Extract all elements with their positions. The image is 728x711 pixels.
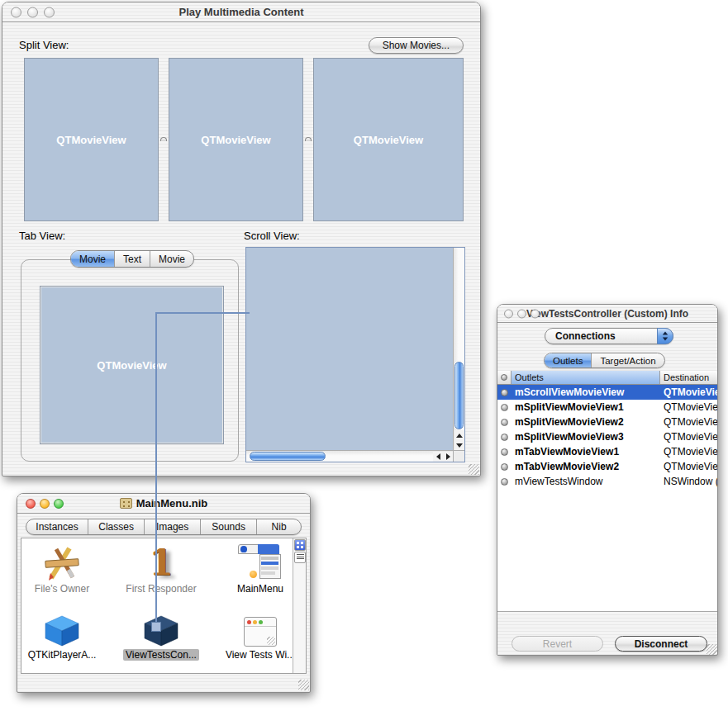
zoom-button-icon[interactable] — [531, 309, 540, 318]
info-window: ViewTestsController (Custom) Info Connec… — [497, 304, 718, 656]
split-pane-2[interactable]: QTMovieView — [169, 58, 303, 221]
nib-window: MainMenu.nib Instances Classes Images So… — [17, 493, 311, 693]
info-footer: Revert Disconnect — [497, 611, 717, 655]
tab-instances[interactable]: Instances — [26, 519, 88, 534]
tab-nib[interactable]: Nib — [257, 519, 301, 534]
minimize-button-icon[interactable] — [517, 309, 526, 318]
list-item[interactable]: QTKitPlayerA... — [17, 608, 107, 661]
split-divider-dimple-icon[interactable] — [160, 137, 167, 141]
close-button-icon[interactable] — [26, 499, 36, 509]
tab-classes[interactable]: Classes — [88, 519, 145, 534]
nib-resize-grip-icon[interactable] — [298, 680, 309, 690]
tab-sounds[interactable]: Sounds — [201, 519, 257, 534]
table-row[interactable]: mTabViewMovieView2 QTMovieVie — [497, 459, 717, 474]
player-titlebar[interactable]: Play Multimedia Content — [2, 2, 480, 22]
close-button-icon[interactable] — [504, 309, 513, 318]
list-view-button[interactable] — [294, 552, 306, 563]
table-row[interactable]: mScrollViewMovieView QTMovieVie — [497, 385, 717, 400]
minimize-button-icon[interactable] — [40, 499, 50, 509]
player-resize-grip-icon[interactable] — [469, 464, 479, 475]
revert-button[interactable]: Revert — [512, 636, 603, 652]
nib-titlebar[interactable]: MainMenu.nib — [17, 494, 310, 514]
info-window-title: ViewTestsController (Custom) Info — [526, 308, 688, 320]
popup-arrows-icon — [657, 328, 673, 344]
disconnect-button[interactable]: Disconnect — [615, 636, 707, 652]
info-titlebar[interactable]: ViewTestsController (Custom) Info — [497, 305, 717, 323]
split-pane-3-label: QTMovieView — [354, 134, 423, 146]
instances-area: File's Owner 1 MainMenu First Responder — [21, 538, 307, 674]
split-pane-1[interactable]: QTMovieView — [24, 58, 159, 221]
outlet-dot-icon — [501, 463, 508, 471]
outlet-dot-icon — [501, 448, 508, 456]
nib-window-title: MainMenu.nib — [136, 497, 208, 510]
tab-view-label: Tab View: — [19, 230, 65, 242]
tab-outlets[interactable]: Outlets — [545, 353, 592, 367]
header-destination[interactable]: Destination — [660, 371, 717, 384]
popup-value: Connections — [555, 330, 616, 342]
table-header: Outlets Destination — [497, 371, 717, 385]
outlet-dot-icon — [501, 478, 508, 486]
outlet-dot-icon — [501, 389, 508, 396]
tab-view-movie-pane[interactable]: QTMovieView — [40, 286, 224, 444]
connections-popup[interactable]: Connections — [545, 328, 673, 344]
split-divider-dimple-icon[interactable] — [305, 137, 312, 141]
main-menu-icon — [238, 543, 283, 581]
item-label: File's Owner — [32, 583, 92, 595]
table-row[interactable]: mSplitViewMovieView3 QTMovieVie — [497, 429, 717, 444]
tab-movie-1[interactable]: Movie — [71, 251, 115, 267]
outlet-destination: NSWindow ( — [660, 476, 717, 487]
item-label: First Responder — [123, 583, 198, 595]
mini-window-icon — [244, 617, 277, 647]
scroll-left-button[interactable] — [433, 452, 443, 462]
outlet-destination: QTMovieVie — [660, 416, 717, 428]
split-pane-1-label: QTMovieView — [56, 134, 126, 146]
table-row[interactable]: mTabViewMovieView1 QTMovieVie — [497, 444, 717, 459]
tab-view-tabs: Movie Text Movie — [70, 250, 194, 268]
vertical-scroll-thumb[interactable] — [454, 362, 464, 429]
outlet-destination: QTMovieVie — [660, 446, 717, 457]
item-label: View Tests Wi... — [223, 649, 297, 661]
close-button-icon[interactable] — [11, 7, 21, 17]
vertical-scrollbar[interactable] — [453, 248, 464, 450]
list-item[interactable]: ViewTestsCon... — [116, 608, 207, 661]
outlets-table: mScrollViewMovieView QTMovieVie mSplitVi… — [497, 385, 717, 611]
grid-view-button[interactable] — [294, 539, 306, 551]
connection-line-horizontal — [155, 312, 250, 314]
zoom-button-icon[interactable] — [44, 7, 55, 17]
scroll-down-button[interactable] — [454, 440, 464, 450]
arrow-down-icon — [456, 443, 463, 448]
table-row[interactable]: mSplitViewMovieView2 QTMovieVie — [497, 415, 717, 429]
info-resize-grip-icon[interactable] — [707, 644, 717, 655]
header-dot-cell[interactable] — [497, 371, 512, 384]
tab-images[interactable]: Images — [145, 519, 201, 534]
scroll-view — [245, 247, 465, 462]
horizontal-scrollbar[interactable] — [246, 450, 453, 462]
list-item[interactable]: File's Owner — [17, 542, 107, 595]
tab-movie-2[interactable]: Movie — [150, 251, 193, 267]
tab-text[interactable]: Text — [115, 251, 150, 267]
zoom-button-icon[interactable] — [54, 499, 64, 509]
item-label: QTKitPlayerA... — [26, 649, 99, 661]
split-pane-3[interactable]: QTMovieView — [313, 58, 464, 221]
instances-scrollbar[interactable] — [293, 538, 306, 673]
header-outlets[interactable]: Outlets — [512, 371, 660, 384]
scroll-up-button[interactable] — [454, 430, 464, 440]
scroll-view-content[interactable] — [246, 248, 453, 450]
table-row[interactable]: mViewTestsWindow NSWindow ( — [497, 474, 717, 489]
tab-target-action[interactable]: Target/Action — [592, 353, 664, 367]
horizontal-scroll-thumb[interactable] — [250, 452, 326, 461]
minimize-button-icon[interactable] — [27, 7, 38, 17]
scrollbar-corner — [453, 450, 464, 462]
arrow-left-icon — [436, 453, 440, 460]
scroll-right-button[interactable] — [443, 452, 453, 462]
outlet-dot-icon — [501, 374, 507, 381]
table-row[interactable]: mSplitViewMovieView1 QTMovieVie — [497, 400, 717, 415]
arrow-up-icon — [456, 434, 463, 438]
list-item[interactable]: 1 MainMenu First Responder — [116, 542, 207, 595]
outlet-dot-icon — [501, 434, 508, 441]
scroll-view-label: Scroll View: — [244, 230, 300, 242]
show-movies-button[interactable]: Show Movies... — [369, 37, 464, 54]
outlet-destination: QTMovieVie — [660, 401, 717, 413]
blue-cube-icon — [45, 615, 79, 647]
info-tabs: Outlets Target/Action — [544, 353, 665, 368]
